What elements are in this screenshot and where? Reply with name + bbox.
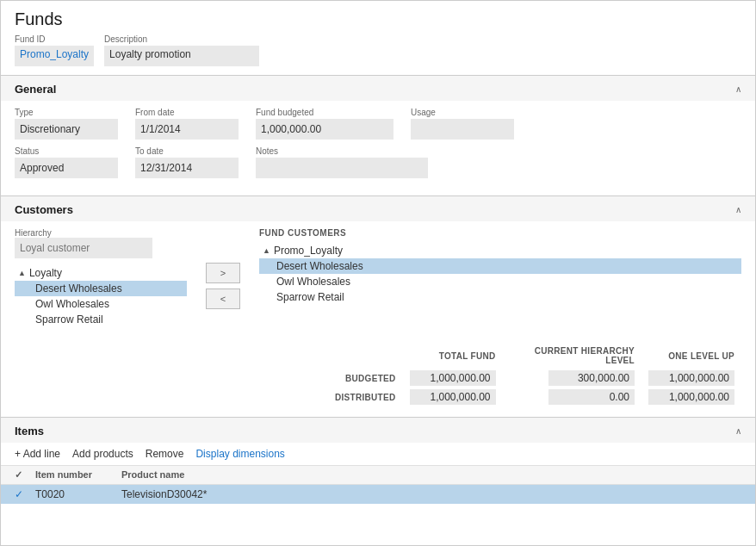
fund-tree-owl[interactable]: Owl Wholesales <box>259 274 741 289</box>
budget-header-empty <box>328 344 403 369</box>
fund-tree-promo[interactable]: ▲ Promo_Loyalty <box>259 243 741 258</box>
notes-input[interactable] <box>256 158 428 178</box>
general-section-body: Type From date Fund budgeted Usage <box>1 101 755 195</box>
budget-total-fund-distributed: 1,000,000.00 <box>403 388 503 406</box>
status-field: Status <box>15 146 118 178</box>
fund-tree-label-owl: Owl Wholesales <box>276 276 350 288</box>
budget-table: TOTAL FUND CURRENT HIERARCHY LEVEL ONE L… <box>328 344 741 406</box>
tree-label-owl: Owl Wholesales <box>35 298 109 310</box>
budget-row-budgeted: BUDGETED 1,000,000.00 300,000.00 1,000,0… <box>328 369 741 388</box>
fund-budgeted-input[interactable] <box>256 119 393 140</box>
fund-budgeted-field: Fund budgeted <box>256 108 393 140</box>
hierarchy-input[interactable] <box>15 238 152 258</box>
notes-label: Notes <box>256 146 428 156</box>
fund-tree-sparrow[interactable]: Sparrow Retail <box>259 289 741 305</box>
budget-current-hierarchy-distributed: 0.00 <box>503 388 641 406</box>
from-date-field: From date <box>135 108 239 140</box>
budget-one-level-up-budgeted: 1,000,000.00 <box>641 369 741 388</box>
budget-total-fund-budgeted: 1,000,000.00 <box>403 369 503 388</box>
arrow-right-btn[interactable]: > <box>206 263 240 283</box>
customers-chevron[interactable]: ∧ <box>735 205 741 214</box>
items-chevron[interactable]: ∧ <box>735 426 741 436</box>
row-item-number: T0020 <box>35 488 121 500</box>
budget-label-budgeted: BUDGETED <box>328 369 403 388</box>
budget-one-level-up-distributed: 1,000,000.00 <box>641 388 741 406</box>
items-section-title: Items <box>15 425 44 437</box>
customers-body: Hierarchy ▲ Loyalty Desert Wholesales Ow… <box>1 221 755 338</box>
general-section-title: General <box>15 83 56 96</box>
tree-node-owl[interactable]: Owl Wholesales <box>15 296 187 312</box>
usage-input[interactable] <box>411 119 514 140</box>
remove-button[interactable]: Remove <box>146 448 184 460</box>
items-table-body: ✓ T0020 TelevisionD30042* <box>1 485 755 504</box>
tree-label-sparrow: Sparrow Retail <box>35 313 103 326</box>
customers-section-header: Customers ∧ <box>1 196 755 221</box>
items-table-header: ✓ Item number Product name <box>1 466 755 485</box>
customers-section-title: Customers <box>15 203 73 216</box>
fund-id-group: Fund ID Promo_Loyalty <box>15 34 94 66</box>
type-field: Type <box>15 108 118 140</box>
check-icon: ✓ <box>15 488 23 500</box>
from-date-input[interactable] <box>135 119 239 140</box>
fund-id-label: Fund ID <box>15 34 94 44</box>
fund-tree-label-promo: Promo_Loyalty <box>274 245 343 257</box>
status-input[interactable] <box>15 158 118 178</box>
fund-id-value[interactable]: Promo_Loyalty <box>15 46 94 66</box>
fund-tree-label-desert: Desert Wholesales <box>276 260 363 272</box>
left-tree: ▲ Loyalty Desert Wholesales Owl Wholesal… <box>15 265 187 327</box>
tree-label-loyalty: Loyalty <box>29 267 62 279</box>
tree-node-desert[interactable]: Desert Wholesales <box>15 281 187 296</box>
general-row-2: Status To date Notes <box>15 146 741 178</box>
budget-header-current-hierarchy: CURRENT HIERARCHY LEVEL <box>503 344 641 369</box>
customers-middle: > < <box>197 228 249 327</box>
row-product-name: TelevisionD30042* <box>121 488 294 500</box>
page-title: Funds <box>1 1 755 34</box>
fund-tree-desert[interactable]: Desert Wholesales <box>259 258 741 274</box>
table-row[interactable]: ✓ T0020 TelevisionD30042* <box>1 485 755 504</box>
budget-current-hierarchy-budgeted: 300,000.00 <box>503 369 641 388</box>
fund-tree-label-sparrow: Sparrow Retail <box>276 291 344 303</box>
from-date-label: From date <box>135 108 239 117</box>
budget-header-total-fund: TOTAL FUND <box>403 344 503 369</box>
tree-arrow-loyalty: ▲ <box>18 269 26 277</box>
customers-right: FUND CUSTOMERS ▲ Promo_Loyalty Desert Wh… <box>259 228 741 327</box>
description-label: Description <box>104 34 259 44</box>
budget-header-one-level-up: ONE LEVEL UP <box>641 344 741 369</box>
notes-field: Notes <box>256 146 428 178</box>
general-section-header: General ∧ <box>1 76 755 101</box>
add-products-button[interactable]: Add products <box>72 448 133 460</box>
items-col-product-name: Product name <box>121 469 294 481</box>
items-section-header: Items ∧ <box>1 418 755 443</box>
to-date-field: To date <box>135 146 239 178</box>
add-line-button[interactable]: + Add line <box>15 448 60 460</box>
fund-header: Fund ID Promo_Loyalty Description Loyalt… <box>1 34 755 75</box>
tree-label-desert: Desert Wholesales <box>35 282 122 295</box>
budget-label-distributed: DISTRIBUTED <box>328 388 403 406</box>
tree-node-sparrow[interactable]: Sparrow Retail <box>15 312 187 327</box>
usage-label: Usage <box>411 108 514 117</box>
hierarchy-label: Hierarchy <box>15 228 187 238</box>
fund-customers-label: FUND CUSTOMERS <box>259 228 741 238</box>
customers-left: Hierarchy ▲ Loyalty Desert Wholesales Ow… <box>15 228 187 327</box>
row-check: ✓ <box>15 488 35 500</box>
type-input[interactable] <box>15 119 118 140</box>
to-date-label: To date <box>135 146 239 156</box>
display-dimensions-button[interactable]: Display dimensions <box>195 448 284 460</box>
tree-node-loyalty[interactable]: ▲ Loyalty <box>15 265 187 281</box>
fund-budgeted-label: Fund budgeted <box>256 108 393 117</box>
description-value[interactable]: Loyalty promotion <box>104 46 259 66</box>
description-group: Description Loyalty promotion <box>104 34 259 66</box>
customers-section: Customers ∧ Hierarchy ▲ Loyalty Desert W… <box>1 195 755 417</box>
fund-customers-tree: ▲ Promo_Loyalty Desert Wholesales Owl Wh… <box>259 243 741 305</box>
fund-tree-arrow-promo: ▲ <box>263 246 270 255</box>
items-col-item-number: Item number <box>35 469 121 481</box>
items-col-check: ✓ <box>15 469 35 481</box>
items-toolbar: + Add line Add products Remove Display d… <box>1 443 755 466</box>
items-section: Items ∧ + Add line Add products Remove D… <box>1 417 755 504</box>
general-section: General ∧ Type From date Fund budgeted U… <box>1 75 755 195</box>
budget-row-distributed: DISTRIBUTED 1,000,000.00 0.00 1,000,000.… <box>328 388 741 406</box>
general-chevron[interactable]: ∧ <box>735 84 741 94</box>
arrow-left-btn[interactable]: < <box>206 289 240 309</box>
to-date-input[interactable] <box>135 158 239 178</box>
general-row-1: Type From date Fund budgeted Usage <box>15 108 741 140</box>
